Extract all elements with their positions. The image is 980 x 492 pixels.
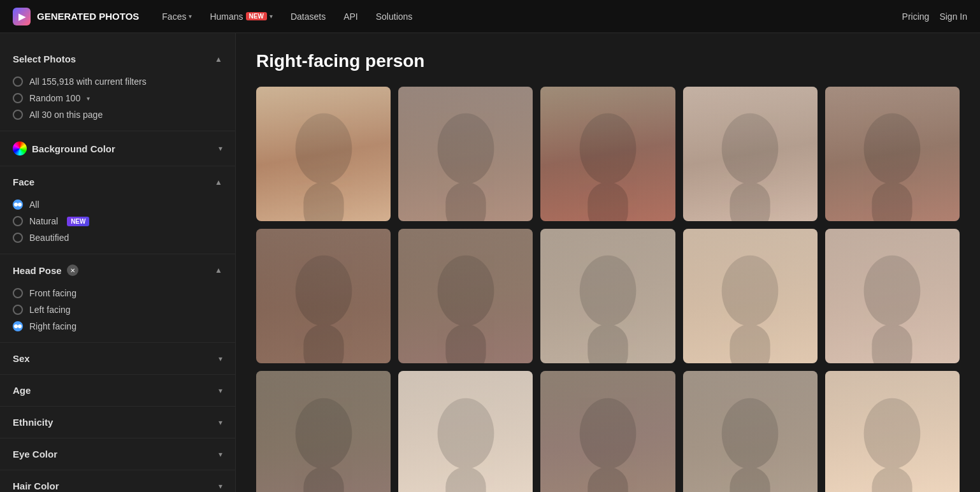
page-title: Right-facing person: [256, 51, 960, 71]
select-photos-header[interactable]: Select Photos ▲: [13, 51, 222, 67]
nav-datasets[interactable]: Datasets: [283, 8, 333, 25]
photo-card[interactable]: [256, 229, 391, 363]
photo-card[interactable]: [540, 87, 675, 221]
radio-circle: [13, 288, 23, 298]
face-image: [540, 87, 675, 221]
signin-link[interactable]: Sign In: [939, 11, 967, 22]
face-image: [683, 87, 818, 221]
chevron-down-icon: ▾: [87, 95, 90, 102]
head-pose-title-row: Head Pose ✕: [13, 264, 78, 276]
navbar: ▶ GENERATED PHOTOS Faces ▾ Humans New ▾ …: [0, 0, 980, 33]
chevron-down-icon: ▾: [219, 418, 222, 427]
nav-solutions[interactable]: Solutions: [368, 8, 421, 25]
radio-right-facing[interactable]: Right facing: [13, 318, 222, 335]
select-photos-content: All 155,918 with current filters Random …: [13, 73, 222, 123]
radio-circle: [13, 216, 23, 226]
photo-card[interactable]: [825, 229, 960, 363]
main-layout: Select Photos ▲ All 155,918 with current…: [0, 33, 980, 492]
hair-color-title: Hair Color: [13, 481, 59, 491]
head-pose-section: Head Pose ✕ ▲ Front facing Left facing: [0, 254, 235, 343]
radio-random-100[interactable]: Random 100 ▾: [13, 90, 222, 106]
radio-all-filters[interactable]: All 155,918 with current filters: [13, 73, 222, 90]
face-image: [256, 371, 391, 492]
photo-card[interactable]: [683, 371, 818, 492]
select-photos-section: Select Photos ▲ All 155,918 with current…: [0, 43, 235, 131]
radio-circle: [13, 110, 23, 120]
face-image: [825, 87, 960, 221]
photo-card[interactable]: [825, 87, 960, 221]
face-image: [256, 229, 391, 363]
chevron-up-icon: ▲: [215, 266, 222, 275]
face-image: [398, 87, 533, 221]
face-image: [398, 371, 533, 492]
radio-circle: [13, 233, 23, 243]
chevron-down-icon: ▾: [219, 144, 222, 153]
radio-face-beautified[interactable]: Beautified: [13, 229, 222, 246]
nav-faces[interactable]: Faces ▾: [154, 8, 199, 25]
chevron-up-icon: ▲: [215, 55, 222, 64]
sex-title: Sex: [13, 353, 30, 364]
nav-humans[interactable]: Humans New ▾: [202, 8, 280, 25]
photo-card[interactable]: [683, 87, 818, 221]
chevron-up-icon: ▲: [215, 178, 222, 187]
face-image: [683, 371, 818, 492]
radio-left-facing[interactable]: Left facing: [13, 301, 222, 318]
radio-all-page[interactable]: All 30 on this page: [13, 106, 222, 123]
radio-circle: [13, 76, 23, 87]
face-content: All Natural NEW Beautified: [13, 196, 222, 246]
photo-card[interactable]: [398, 87, 533, 221]
radio-face-all[interactable]: All: [13, 196, 222, 213]
ethnicity-section: Ethnicity ▾: [0, 407, 235, 438]
photo-card[interactable]: [825, 371, 960, 492]
chevron-down-icon: ▾: [189, 13, 192, 20]
face-image: [825, 371, 960, 492]
logo[interactable]: ▶ GENERATED PHOTOS: [13, 8, 139, 25]
nav-right: Pricing Sign In: [902, 11, 967, 22]
hair-color-header[interactable]: Hair Color ▾: [13, 478, 222, 492]
radio-circle: [13, 93, 23, 103]
photo-card[interactable]: [540, 371, 675, 492]
background-color-header[interactable]: Background Color ▾: [13, 139, 222, 158]
face-image: [256, 87, 391, 221]
sex-section: Sex ▾: [0, 343, 235, 375]
eye-color-section: Eye Color ▾: [0, 438, 235, 470]
radio-face-natural[interactable]: Natural NEW: [13, 213, 222, 229]
face-image: [825, 229, 960, 363]
radio-dot: [14, 203, 18, 206]
nav-links: Faces ▾ Humans New ▾ Datasets API Soluti…: [154, 8, 886, 25]
radio-front-facing[interactable]: Front facing: [13, 285, 222, 301]
photo-card[interactable]: [683, 229, 818, 363]
nav-api[interactable]: API: [336, 8, 366, 25]
face-section: Face ▲ All Natural NEW Beautified: [0, 166, 235, 254]
clear-head-pose-button[interactable]: ✕: [67, 264, 78, 276]
face-title: Face: [13, 177, 34, 187]
face-image: [683, 229, 818, 363]
photo-card[interactable]: [540, 229, 675, 363]
photo-card[interactable]: [398, 229, 533, 363]
sex-header[interactable]: Sex ▾: [13, 351, 222, 366]
eye-color-title: Eye Color: [13, 449, 57, 459]
radio-circle-checked: [13, 321, 23, 331]
main-content: Right-facing person: [236, 33, 980, 492]
face-header[interactable]: Face ▲: [13, 174, 222, 190]
logo-icon: ▶: [13, 8, 31, 25]
color-wheel-icon: [13, 141, 27, 156]
age-title: Age: [13, 385, 31, 396]
new-badge: New: [246, 12, 267, 20]
background-color-section: Background Color ▾: [0, 131, 235, 166]
ethnicity-title: Ethnicity: [13, 417, 53, 428]
radio-circle-checked: [13, 199, 23, 210]
photo-card[interactable]: [256, 87, 391, 221]
age-header[interactable]: Age ▾: [13, 382, 222, 398]
pricing-link[interactable]: Pricing: [902, 11, 930, 22]
chevron-down-icon: ▾: [219, 482, 222, 491]
eye-color-header[interactable]: Eye Color ▾: [13, 446, 222, 462]
radio-circle: [13, 305, 23, 315]
head-pose-header[interactable]: Head Pose ✕ ▲: [13, 262, 222, 279]
photo-card[interactable]: [256, 371, 391, 492]
chevron-down-icon: ▾: [270, 13, 273, 20]
photo-card[interactable]: [398, 371, 533, 492]
age-section: Age ▾: [0, 375, 235, 407]
background-color-title: Background Color: [32, 143, 115, 154]
ethnicity-header[interactable]: Ethnicity ▾: [13, 414, 222, 430]
